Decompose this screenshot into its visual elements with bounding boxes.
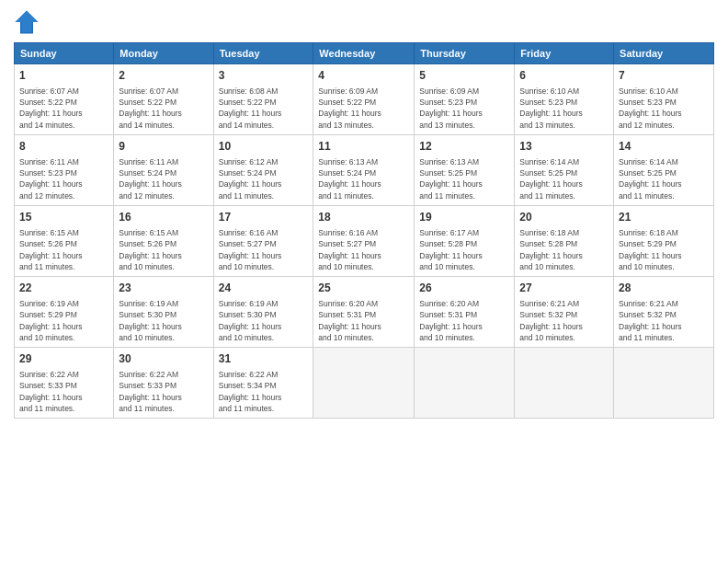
day-info: Sunrise: 6:07 AMSunset: 5:22 PMDaylight:…	[119, 86, 208, 131]
day-info: Sunrise: 6:16 AMSunset: 5:27 PMDaylight:…	[219, 227, 309, 272]
calendar-cell: 22Sunrise: 6:19 AMSunset: 5:29 PMDayligh…	[15, 277, 114, 348]
calendar-header: SundayMondayTuesdayWednesdayThursdayFrid…	[15, 43, 714, 64]
day-number: 28	[619, 281, 709, 296]
day-number: 6	[519, 68, 609, 84]
calendar-cell	[614, 348, 714, 419]
calendar-cell: 10Sunrise: 6:12 AMSunset: 5:24 PMDayligh…	[213, 135, 313, 206]
day-info: Sunrise: 6:15 AMSunset: 5:26 PMDaylight:…	[119, 227, 208, 272]
day-number: 8	[19, 139, 108, 155]
day-info: Sunrise: 6:15 AMSunset: 5:26 PMDaylight:…	[19, 227, 108, 272]
weekday-header-tuesday: Tuesday	[213, 43, 313, 64]
calendar-week-4: 22Sunrise: 6:19 AMSunset: 5:29 PMDayligh…	[15, 277, 714, 348]
day-info: Sunrise: 6:22 AMSunset: 5:33 PMDaylight:…	[19, 369, 108, 414]
calendar-cell: 23Sunrise: 6:19 AMSunset: 5:30 PMDayligh…	[114, 277, 213, 348]
day-number: 11	[318, 139, 409, 155]
day-number: 22	[19, 281, 108, 296]
calendar-cell: 4Sunrise: 6:09 AMSunset: 5:22 PMDaylight…	[313, 64, 415, 135]
calendar-week-1: 1Sunrise: 6:07 AMSunset: 5:22 PMDaylight…	[15, 64, 714, 135]
calendar-cell: 24Sunrise: 6:19 AMSunset: 5:30 PMDayligh…	[213, 277, 313, 348]
calendar-cell: 14Sunrise: 6:14 AMSunset: 5:25 PMDayligh…	[614, 135, 714, 206]
day-info: Sunrise: 6:09 AMSunset: 5:23 PMDaylight:…	[419, 86, 509, 131]
calendar-cell: 13Sunrise: 6:14 AMSunset: 5:25 PMDayligh…	[515, 135, 614, 206]
weekday-header-monday: Monday	[114, 43, 213, 64]
weekday-header-row: SundayMondayTuesdayWednesdayThursdayFrid…	[15, 43, 714, 64]
calendar-cell: 8Sunrise: 6:11 AMSunset: 5:23 PMDaylight…	[15, 135, 114, 206]
day-number: 4	[318, 68, 409, 84]
day-info: Sunrise: 6:17 AMSunset: 5:28 PMDaylight:…	[419, 227, 509, 272]
calendar-cell: 2Sunrise: 6:07 AMSunset: 5:22 PMDaylight…	[114, 64, 213, 135]
day-number: 23	[119, 281, 208, 296]
day-info: Sunrise: 6:10 AMSunset: 5:23 PMDaylight:…	[519, 86, 609, 131]
day-number: 20	[519, 210, 609, 225]
day-number: 10	[219, 139, 309, 155]
day-info: Sunrise: 6:12 AMSunset: 5:24 PMDaylight:…	[219, 156, 309, 201]
calendar-cell: 21Sunrise: 6:18 AMSunset: 5:29 PMDayligh…	[614, 206, 714, 277]
day-number: 5	[419, 68, 509, 84]
calendar-week-2: 8Sunrise: 6:11 AMSunset: 5:23 PMDaylight…	[15, 135, 714, 206]
logo-icon	[14, 9, 40, 35]
calendar-cell	[415, 348, 515, 419]
header	[14, 9, 714, 35]
day-info: Sunrise: 6:11 AMSunset: 5:24 PMDaylight:…	[119, 156, 208, 201]
weekday-header-friday: Friday	[515, 43, 614, 64]
day-number: 29	[19, 351, 108, 367]
day-number: 7	[619, 68, 709, 84]
svg-marker-1	[15, 10, 38, 32]
calendar-cell: 29Sunrise: 6:22 AMSunset: 5:33 PMDayligh…	[15, 348, 114, 419]
day-number: 17	[219, 210, 309, 225]
calendar-cell: 12Sunrise: 6:13 AMSunset: 5:25 PMDayligh…	[415, 135, 515, 206]
day-info: Sunrise: 6:14 AMSunset: 5:25 PMDaylight:…	[519, 156, 609, 201]
calendar-cell: 3Sunrise: 6:08 AMSunset: 5:22 PMDaylight…	[213, 64, 313, 135]
calendar-cell: 28Sunrise: 6:21 AMSunset: 5:32 PMDayligh…	[614, 277, 714, 348]
weekday-header-wednesday: Wednesday	[313, 43, 415, 64]
weekday-header-saturday: Saturday	[614, 43, 714, 64]
day-info: Sunrise: 6:11 AMSunset: 5:23 PMDaylight:…	[19, 156, 108, 201]
day-number: 19	[419, 210, 509, 225]
weekday-header-thursday: Thursday	[415, 43, 515, 64]
day-info: Sunrise: 6:18 AMSunset: 5:28 PMDaylight:…	[519, 227, 609, 272]
day-number: 15	[19, 210, 108, 225]
day-number: 26	[419, 281, 509, 296]
day-number: 13	[519, 139, 609, 155]
day-number: 2	[119, 68, 208, 84]
day-info: Sunrise: 6:13 AMSunset: 5:24 PMDaylight:…	[318, 156, 409, 201]
calendar-table: SundayMondayTuesdayWednesdayThursdayFrid…	[14, 42, 714, 419]
day-number: 3	[219, 68, 309, 84]
day-info: Sunrise: 6:10 AMSunset: 5:23 PMDaylight:…	[619, 86, 709, 131]
day-number: 27	[519, 281, 609, 296]
calendar-cell: 17Sunrise: 6:16 AMSunset: 5:27 PMDayligh…	[213, 206, 313, 277]
day-info: Sunrise: 6:19 AMSunset: 5:29 PMDaylight:…	[19, 298, 108, 343]
calendar-cell: 15Sunrise: 6:15 AMSunset: 5:26 PMDayligh…	[15, 206, 114, 277]
day-info: Sunrise: 6:08 AMSunset: 5:22 PMDaylight:…	[219, 86, 309, 131]
day-number: 31	[219, 351, 309, 367]
day-number: 25	[318, 281, 409, 296]
day-number: 18	[318, 210, 409, 225]
calendar-cell	[515, 348, 614, 419]
day-info: Sunrise: 6:20 AMSunset: 5:31 PMDaylight:…	[419, 298, 509, 343]
calendar-week-3: 15Sunrise: 6:15 AMSunset: 5:26 PMDayligh…	[15, 206, 714, 277]
calendar-cell: 16Sunrise: 6:15 AMSunset: 5:26 PMDayligh…	[114, 206, 213, 277]
logo	[14, 9, 43, 35]
day-info: Sunrise: 6:21 AMSunset: 5:32 PMDaylight:…	[519, 298, 609, 343]
calendar-cell: 11Sunrise: 6:13 AMSunset: 5:24 PMDayligh…	[313, 135, 415, 206]
day-info: Sunrise: 6:21 AMSunset: 5:32 PMDaylight:…	[619, 298, 709, 343]
calendar-cell: 9Sunrise: 6:11 AMSunset: 5:24 PMDaylight…	[114, 135, 213, 206]
calendar-cell: 18Sunrise: 6:16 AMSunset: 5:27 PMDayligh…	[313, 206, 415, 277]
calendar-cell	[313, 348, 415, 419]
calendar-cell: 25Sunrise: 6:20 AMSunset: 5:31 PMDayligh…	[313, 277, 415, 348]
day-info: Sunrise: 6:07 AMSunset: 5:22 PMDaylight:…	[19, 86, 108, 131]
day-number: 9	[119, 139, 208, 155]
day-info: Sunrise: 6:16 AMSunset: 5:27 PMDaylight:…	[318, 227, 409, 272]
day-info: Sunrise: 6:20 AMSunset: 5:31 PMDaylight:…	[318, 298, 409, 343]
calendar-cell: 7Sunrise: 6:10 AMSunset: 5:23 PMDaylight…	[614, 64, 714, 135]
calendar-cell: 20Sunrise: 6:18 AMSunset: 5:28 PMDayligh…	[515, 206, 614, 277]
day-number: 16	[119, 210, 208, 225]
day-info: Sunrise: 6:18 AMSunset: 5:29 PMDaylight:…	[619, 227, 709, 272]
day-info: Sunrise: 6:13 AMSunset: 5:25 PMDaylight:…	[419, 156, 509, 201]
calendar-cell: 31Sunrise: 6:22 AMSunset: 5:34 PMDayligh…	[213, 348, 313, 419]
calendar-cell: 5Sunrise: 6:09 AMSunset: 5:23 PMDaylight…	[415, 64, 515, 135]
day-number: 12	[419, 139, 509, 155]
calendar-cell: 26Sunrise: 6:20 AMSunset: 5:31 PMDayligh…	[415, 277, 515, 348]
weekday-header-sunday: Sunday	[15, 43, 114, 64]
calendar-body: 1Sunrise: 6:07 AMSunset: 5:22 PMDaylight…	[15, 64, 714, 419]
